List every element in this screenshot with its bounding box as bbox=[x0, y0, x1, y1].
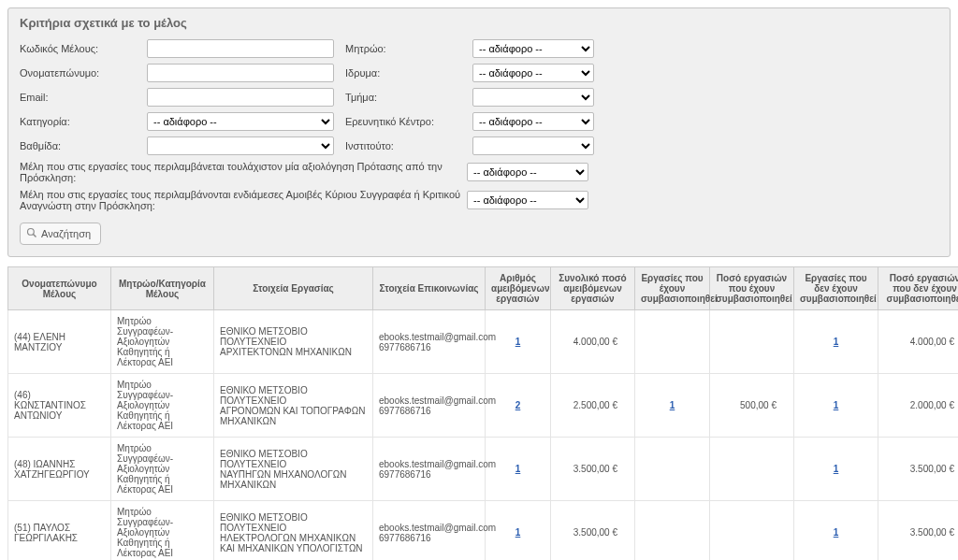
select-registry[interactable]: -- αδιάφορο -- bbox=[472, 39, 594, 58]
th-undone-amount: Ποσό εργασιών που δεν έχουν συμβασιοποιη… bbox=[878, 267, 959, 310]
cell-registry: Μητρώο Συγγραφέων-ΑξιολογητώνΚαθηγητής ή… bbox=[111, 310, 214, 374]
cell-done-count bbox=[635, 438, 710, 501]
count-link[interactable]: 1 bbox=[834, 400, 839, 410]
cell-contact: ebooks.testmail@gmail.com6977686716 bbox=[373, 438, 486, 501]
cell-count: 1 bbox=[486, 438, 551, 501]
cell-work: ΕΘΝΙΚΟ ΜΕΤΣΟΒΙΟ ΠΟΛΥΤΕΧΝΕΙΟΗΛΕΚΤΡΟΛΟΓΩΝ … bbox=[214, 501, 373, 561]
cell-contact: ebooks.testmail@gmail.com6977686716 bbox=[373, 374, 486, 438]
count-link[interactable]: 1 bbox=[515, 464, 521, 474]
cell-total: 2.500,00 € bbox=[551, 374, 635, 438]
input-email[interactable] bbox=[147, 88, 334, 107]
table-row: (44) ΕΛΕΝΗ ΜΑΝΤΖΙΟΥΜητρώο Συγγραφέων-Αξι… bbox=[8, 310, 959, 374]
cell-total: 3.500,00 € bbox=[551, 501, 635, 561]
panel-title: Κριτήρια σχετικά με το μέλος bbox=[20, 16, 938, 30]
select-intermediate-fees[interactable]: -- αδιάφορο -- bbox=[467, 191, 588, 209]
cell-done-amount: 500,00 € bbox=[710, 374, 794, 438]
search-icon bbox=[26, 227, 37, 240]
label-category: Κατηγορία: bbox=[20, 116, 141, 127]
label-institution: Ιδρυμα: bbox=[345, 67, 467, 79]
cell-done-count: 1 bbox=[635, 374, 710, 438]
count-link[interactable]: 1 bbox=[515, 527, 521, 538]
table-row: (48) ΙΩΑΝΝΗΣ ΧΑΤΖΗΓΕΩΡΓΙΟΥΜητρώο Συγγραφ… bbox=[8, 438, 959, 501]
th-total: Συνολικό ποσό αμειβόμενων εργασιών bbox=[551, 267, 635, 310]
cell-done-amount bbox=[710, 438, 794, 501]
cell-name: (44) ΕΛΕΝΗ ΜΑΝΤΖΙΟΥ bbox=[8, 310, 111, 374]
search-button[interactable]: Αναζήτηση bbox=[20, 223, 101, 245]
cell-undone-count: 1 bbox=[794, 501, 878, 561]
cell-undone-count: 1 bbox=[794, 374, 878, 438]
results-table: Ονοματεπώνυμο Μέλους Μητρώο/Κατηγορία Μέ… bbox=[7, 266, 958, 560]
cell-registry: Μητρώο Συγγραφέων-ΑξιολογητώνΚαθηγητής ή… bbox=[111, 374, 214, 438]
cell-undone-amount: 3.500,00 € bbox=[878, 501, 959, 561]
th-contact: Στοιχεία Επικοινωνίας bbox=[373, 267, 486, 310]
cell-undone-count: 1 bbox=[794, 438, 878, 501]
label-dept: Τμήμα: bbox=[345, 92, 467, 103]
label-institute: Ινστιτούτο: bbox=[345, 140, 467, 151]
criteria-panel: Κριτήρια σχετικά με το μέλος Κωδικός Μέλ… bbox=[7, 7, 951, 257]
cell-contact: ebooks.testmail@gmail.com6977686716 bbox=[373, 501, 486, 561]
cell-name: (51) ΠΑΥΛΟΣ ΓΕΩΡΓΙΛΑΚΗΣ bbox=[8, 501, 111, 561]
cell-undone-count: 1 bbox=[794, 310, 878, 374]
cell-work: ΕΘΝΙΚΟ ΜΕΤΣΟΒΙΟ ΠΟΛΥΤΕΧΝΕΙΟΝΑΥΠΗΓΩΝ ΜΗΧΑ… bbox=[214, 438, 373, 501]
label-research-center: Ερευνητικό Κέντρο: bbox=[345, 116, 467, 127]
th-name: Ονοματεπώνυμο Μέλους bbox=[8, 267, 111, 310]
th-registry: Μητρώο/Κατηγορία Μέλους bbox=[111, 267, 214, 310]
cell-done-amount bbox=[710, 501, 794, 561]
count-link[interactable]: 1 bbox=[834, 464, 839, 474]
cell-count: 2 bbox=[486, 374, 551, 438]
th-done-amount: Ποσό εργασιών που έχουν συμβασιοποιηθεί bbox=[710, 267, 794, 310]
cell-done-amount bbox=[710, 310, 794, 374]
select-dept[interactable] bbox=[472, 88, 594, 107]
select-research-center[interactable]: -- αδιάφορο -- bbox=[472, 112, 594, 131]
label-member-code: Κωδικός Μέλους: bbox=[20, 43, 141, 54]
label-rank: Βαθμίδα: bbox=[20, 140, 141, 151]
select-rank[interactable] bbox=[147, 136, 334, 155]
select-institution[interactable]: -- αδιάφορο -- bbox=[472, 64, 594, 82]
table-row: (51) ΠΑΥΛΟΣ ΓΕΩΡΓΙΛΑΚΗΣΜητρώο Συγγραφέων… bbox=[8, 501, 959, 561]
cell-done-count bbox=[635, 501, 710, 561]
th-work: Στοιχεία Εργασίας bbox=[214, 267, 373, 310]
label-registry: Μητρώο: bbox=[345, 43, 467, 54]
cell-total: 3.500,00 € bbox=[551, 438, 635, 501]
cell-work: ΕΘΝΙΚΟ ΜΕΤΣΟΒΙΟ ΠΟΛΥΤΕΧΝΕΙΟΑΓΡΟΝΟΜΩΝ ΚΑΙ… bbox=[214, 374, 373, 438]
count-link[interactable]: 1 bbox=[834, 527, 839, 538]
input-member-code[interactable] bbox=[147, 39, 334, 58]
th-count: Αριθμός αμειβόμενων εργασιών bbox=[486, 267, 551, 310]
select-category[interactable]: -- αδιάφορο -- bbox=[147, 112, 334, 131]
select-eval-proposal[interactable]: -- αδιάφορο -- bbox=[467, 163, 588, 181]
svg-point-0 bbox=[28, 229, 35, 236]
cell-undone-amount: 2.000,00 € bbox=[878, 374, 959, 438]
search-label: Αναζήτηση bbox=[41, 228, 91, 239]
count-link[interactable]: 2 bbox=[515, 400, 521, 410]
count-link[interactable]: 1 bbox=[515, 337, 521, 347]
label-email: Email: bbox=[20, 92, 141, 103]
input-fullname[interactable] bbox=[147, 64, 334, 82]
label-intermediate-fees: Μέλη που στις εργασίες τους περιλαμβάνον… bbox=[20, 189, 461, 211]
select-institute[interactable] bbox=[472, 136, 594, 155]
table-row: (46) ΚΩΝΣΤΑΝΤΙΝΟΣ ΑΝΤΩΝΙΟΥΜητρώο Συγγραφ… bbox=[8, 374, 959, 438]
cell-contact: ebooks.testmail@gmail.com6977686716 bbox=[373, 310, 486, 374]
cell-count: 1 bbox=[486, 310, 551, 374]
cell-registry: Μητρώο Συγγραφέων-ΑξιολογητώνΚαθηγητής ή… bbox=[111, 501, 214, 561]
cell-total: 4.000,00 € bbox=[551, 310, 635, 374]
count-link[interactable]: 1 bbox=[670, 400, 675, 410]
cell-done-count bbox=[635, 310, 710, 374]
cell-name: (48) ΙΩΑΝΝΗΣ ΧΑΤΖΗΓΕΩΡΓΙΟΥ bbox=[8, 438, 111, 501]
th-done-count: Εργασίες που έχουν συμβασιοποιηθεί bbox=[635, 267, 710, 310]
label-fullname: Ονοματεπώνυμο: bbox=[20, 67, 141, 79]
cell-registry: Μητρώο Συγγραφέων-ΑξιολογητώνΚαθηγητής ή… bbox=[111, 438, 214, 501]
cell-undone-amount: 3.500,00 € bbox=[878, 438, 959, 501]
svg-line-1 bbox=[34, 235, 36, 237]
cell-undone-amount: 4.000,00 € bbox=[878, 310, 959, 374]
cell-name: (46) ΚΩΝΣΤΑΝΤΙΝΟΣ ΑΝΤΩΝΙΟΥ bbox=[8, 374, 111, 438]
label-eval-proposal: Μέλη που στις εργασίες τους περιλαμβάνετ… bbox=[20, 161, 461, 183]
count-link[interactable]: 1 bbox=[834, 337, 839, 347]
cell-work: ΕΘΝΙΚΟ ΜΕΤΣΟΒΙΟ ΠΟΛΥΤΕΧΝΕΙΟΑΡΧΙΤΕΚΤΟΝΩΝ … bbox=[214, 310, 373, 374]
th-undone-count: Εργασίες που δεν έχουν συμβασιοποιηθεί bbox=[794, 267, 878, 310]
